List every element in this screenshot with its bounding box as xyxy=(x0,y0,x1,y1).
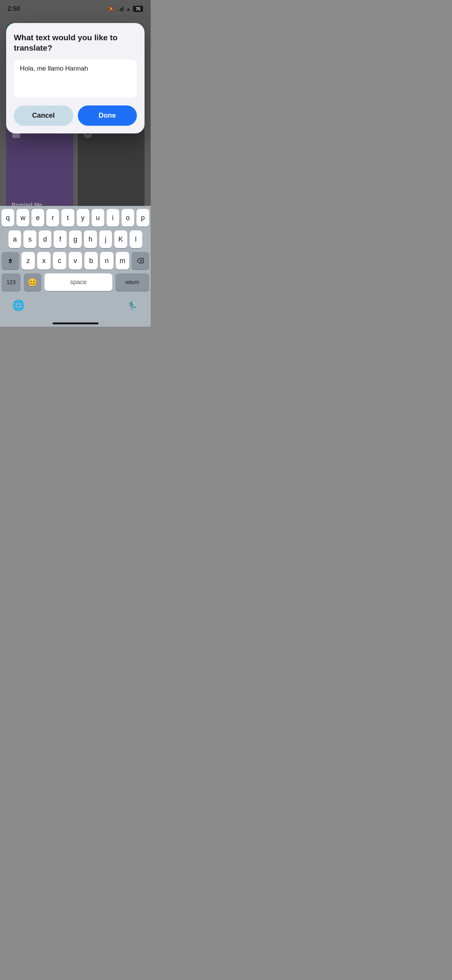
done-button[interactable]: Done xyxy=(78,105,137,126)
delete-key[interactable] xyxy=(131,252,149,270)
key-a[interactable]: a xyxy=(8,230,21,248)
keyboard-row-2: a s d f g h j K l xyxy=(2,230,149,248)
numbers-key[interactable]: 123 xyxy=(2,273,21,291)
dialog-title: What text would you like to translate? xyxy=(14,32,137,53)
translate-input[interactable]: Hola, me llamo Hannah xyxy=(14,59,137,98)
signal-bars xyxy=(117,7,123,11)
key-k[interactable]: K xyxy=(114,230,127,248)
svg-rect-3 xyxy=(10,260,12,263)
key-e[interactable]: e xyxy=(31,209,44,227)
key-r[interactable]: r xyxy=(46,209,59,227)
mute-icon: 🔕 xyxy=(108,6,114,12)
translate-dialog: What text would you like to translate? H… xyxy=(6,23,145,133)
key-w[interactable]: w xyxy=(16,209,29,227)
key-s[interactable]: s xyxy=(23,230,36,248)
globe-key[interactable]: 🌐 xyxy=(9,296,28,314)
keyboard-row-3: z x c v b n m xyxy=(2,252,149,270)
key-b[interactable]: b xyxy=(84,252,98,270)
key-u[interactable]: u xyxy=(92,209,104,227)
status-time: 2:50 xyxy=(8,5,20,12)
home-indicator xyxy=(53,322,99,324)
key-o[interactable]: o xyxy=(122,209,134,227)
key-d[interactable]: d xyxy=(39,230,51,248)
battery-level: 75 xyxy=(133,6,143,12)
key-l[interactable]: l xyxy=(130,230,142,248)
key-z[interactable]: z xyxy=(21,252,35,270)
keyboard-row-1: q w e r t y u i o p xyxy=(2,209,149,227)
key-y[interactable]: y xyxy=(77,209,89,227)
key-m[interactable]: m xyxy=(116,252,129,270)
return-key[interactable]: return xyxy=(115,273,149,291)
key-f[interactable]: f xyxy=(54,230,66,248)
key-p[interactable]: p xyxy=(136,209,149,227)
keyboard-row-4: 123 😊 space return xyxy=(2,273,149,291)
key-v[interactable]: v xyxy=(69,252,82,270)
emoji-key[interactable]: 😊 xyxy=(24,273,41,291)
key-x[interactable]: x xyxy=(37,252,51,270)
microphone-key[interactable]: 🎙️ xyxy=(124,297,141,314)
key-i[interactable]: i xyxy=(107,209,119,227)
shift-key[interactable] xyxy=(2,252,19,270)
key-h[interactable]: h xyxy=(84,230,97,248)
wifi-icon: ▲ xyxy=(126,6,131,12)
status-bar: 2:50 🔕 ▲ 75 xyxy=(0,0,151,15)
space-key[interactable]: space xyxy=(44,273,112,291)
cancel-button[interactable]: Cancel xyxy=(14,105,73,126)
keyboard: q w e r t y u i o p a s d f g h j K l z … xyxy=(0,206,151,327)
key-c[interactable]: c xyxy=(53,252,66,270)
key-j[interactable]: j xyxy=(99,230,112,248)
key-g[interactable]: g xyxy=(69,230,82,248)
key-q[interactable]: q xyxy=(2,209,14,227)
dialog-buttons: Cancel Done xyxy=(14,105,137,126)
key-n[interactable]: n xyxy=(100,252,113,270)
battery: 75 xyxy=(133,6,143,12)
key-t[interactable]: t xyxy=(61,209,74,227)
status-icons: 🔕 ▲ 75 xyxy=(108,6,143,12)
